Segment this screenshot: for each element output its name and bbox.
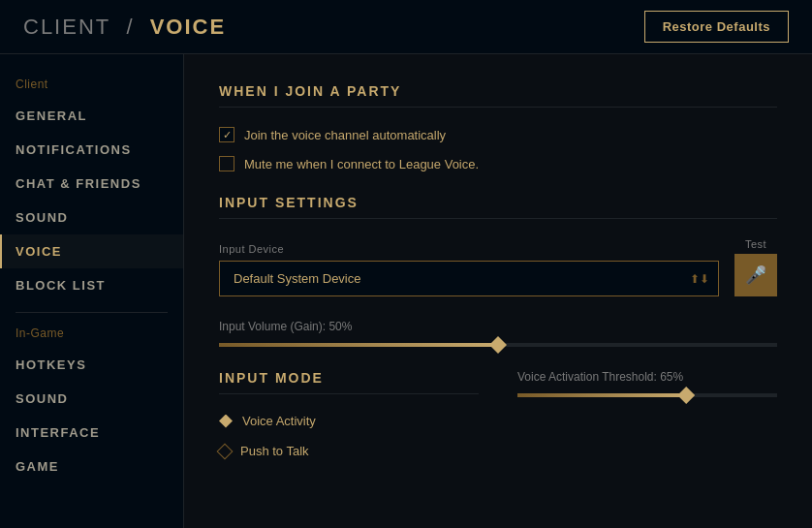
input-settings-title: INPUT SETTINGS [219, 195, 777, 219]
threshold-slider-fill [517, 393, 686, 397]
sidebar-item-hotkeys[interactable]: HOTKEYS [0, 348, 183, 382]
voice-activity-row[interactable]: Voice Activity [219, 414, 479, 428]
input-device-row: Input Device Default System Device ⬆⬇ Te… [219, 238, 777, 296]
sidebar-item-interface[interactable]: INTERFACE [0, 416, 183, 450]
join-voice-row: Join the voice channel automatically [219, 127, 777, 142]
volume-slider-section: Input Volume (Gain): 50% [219, 320, 777, 347]
device-select[interactable]: Default System Device [219, 261, 719, 296]
push-to-talk-label: Push to Talk [240, 444, 309, 458]
mute-voice-label: Mute me when I connect to League Voice. [244, 157, 479, 171]
volume-slider-fill [219, 343, 498, 347]
breadcrumb-client: CLIENT [23, 15, 110, 39]
voice-activity-label: Voice Activity [242, 414, 316, 428]
sidebar-item-general[interactable]: GENERAL [0, 99, 183, 133]
mic-icon: 🎤 [745, 264, 766, 286]
input-device-col: Input Device Default System Device ⬆⬇ [219, 243, 719, 296]
input-mode-section: INPUT MODE Voice Activity Push to Talk V… [219, 370, 777, 474]
sidebar-section-ingame: In-Game [0, 323, 183, 348]
sidebar-section-client: Client [0, 74, 183, 99]
volume-slider-track[interactable] [219, 343, 777, 347]
join-voice-label: Join the voice channel automatically [244, 128, 446, 142]
sidebar-item-sound[interactable]: SOUND [0, 201, 183, 234]
device-label: Input Device [219, 243, 719, 255]
content-area: WHEN I JOIN A PARTY Join the voice chann… [184, 54, 812, 528]
restore-defaults-button[interactable]: Restore Defaults [644, 11, 789, 43]
sidebar-item-block-list[interactable]: BLOCK LIST [0, 268, 183, 302]
sidebar-item-notifications[interactable]: NOTIFICATIONS [0, 133, 183, 167]
breadcrumb-page: VOICE [150, 15, 226, 39]
threshold-slider-thumb[interactable] [677, 387, 695, 404]
sidebar-item-game[interactable]: GAME [0, 450, 183, 483]
push-to-talk-row[interactable]: Push to Talk [219, 444, 479, 458]
test-label: Test [745, 238, 766, 250]
input-mode-title: INPUT MODE [219, 370, 479, 394]
mute-voice-checkbox[interactable] [219, 156, 234, 171]
input-mode-left: INPUT MODE Voice Activity Push to Talk [219, 370, 479, 474]
sidebar: Client GENERAL NOTIFICATIONS CHAT & FRIE… [0, 54, 184, 528]
push-to-talk-diamond-icon [217, 443, 234, 459]
breadcrumb-separator: / [126, 15, 134, 39]
voice-activity-diamond-icon [219, 415, 233, 428]
header: CLIENT / VOICE Restore Defaults [0, 0, 812, 54]
main-layout: Client GENERAL NOTIFICATIONS CHAT & FRIE… [0, 54, 812, 528]
test-mic-button[interactable]: 🎤 [734, 254, 777, 296]
volume-label: Input Volume (Gain): 50% [219, 320, 777, 333]
page-breadcrumb: CLIENT / VOICE [23, 15, 226, 40]
threshold-slider-track[interactable] [517, 393, 777, 397]
when-join-party-title: WHEN I JOIN A PARTY [219, 83, 777, 108]
device-select-wrapper: Default System Device ⬆⬇ [219, 261, 719, 296]
sidebar-item-voice[interactable]: VOICE [0, 234, 183, 268]
input-settings-section: INPUT SETTINGS Input Device Default Syst… [219, 195, 777, 347]
test-col: Test 🎤 [734, 238, 777, 296]
input-mode-right: Voice Activation Threshold: 65% [517, 370, 777, 474]
volume-slider-thumb[interactable] [489, 336, 507, 354]
threshold-label: Voice Activation Threshold: 65% [517, 370, 777, 384]
sidebar-item-sound-ingame[interactable]: SOUND [0, 382, 183, 416]
sidebar-divider [16, 312, 168, 313]
mute-voice-row: Mute me when I connect to League Voice. [219, 156, 777, 171]
input-mode-content: INPUT MODE Voice Activity Push to Talk V… [219, 370, 777, 474]
join-voice-checkbox[interactable] [219, 127, 234, 142]
sidebar-item-chat-friends[interactable]: CHAT & FRIENDS [0, 167, 183, 201]
